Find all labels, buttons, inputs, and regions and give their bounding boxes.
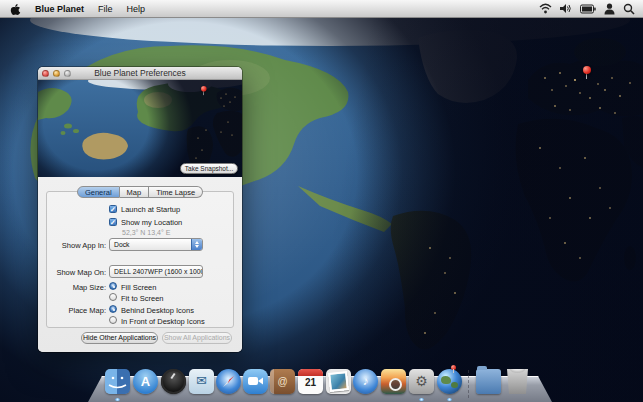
- show-map-on-label: Show Map On:: [38, 268, 106, 277]
- launch-at-startup-checkbox[interactable]: ✓: [109, 205, 117, 213]
- show-app-in-label: Show App In:: [38, 241, 106, 250]
- trash-icon: [505, 369, 530, 394]
- app-store-icon: A: [133, 369, 158, 394]
- show-map-on-value: DELL 2407WFP (1600 x 1000): [110, 268, 203, 275]
- in-front-icons-radio[interactable]: [109, 316, 117, 324]
- window-titlebar[interactable]: Blue Planet Preferences: [38, 67, 242, 80]
- running-indicator-blue-planet: [447, 398, 452, 401]
- dock-item-system-preferences[interactable]: ⚙: [409, 369, 434, 394]
- dock-item-mail[interactable]: ✉: [189, 369, 214, 394]
- dashboard-icon: [161, 369, 186, 394]
- dock-item-blue-planet[interactable]: [437, 369, 462, 394]
- location-coordinates: 52,3° N 13,4° E: [122, 229, 170, 236]
- dock-item-downloads-folder[interactable]: [476, 369, 501, 394]
- battery-icon[interactable]: [580, 4, 596, 14]
- tab-general[interactable]: General: [77, 186, 120, 198]
- apple-menu-icon[interactable]: [10, 2, 21, 15]
- ical-header: [298, 369, 323, 376]
- dock-item-dashboard[interactable]: [161, 369, 186, 394]
- window-content: General Map Time Lapse ✓ Launch at Start…: [38, 177, 242, 352]
- popup-stepper-icon: [191, 239, 202, 250]
- running-indicator-system-preferences: [419, 398, 424, 401]
- show-map-on-popup[interactable]: DELL 2407WFP (1600 x 1000): [109, 265, 203, 278]
- dock-item-finder[interactable]: [105, 369, 130, 394]
- tab-map[interactable]: Map: [120, 186, 150, 198]
- dock: A ✉ @ 21 ♪: [0, 362, 643, 402]
- dock-item-app-store[interactable]: A: [133, 369, 158, 394]
- place-map-label: Place Map:: [38, 306, 106, 315]
- fit-to-screen-radio[interactable]: [109, 293, 117, 301]
- gear-icon: ⚙: [409, 369, 434, 394]
- dock-item-address-book[interactable]: @: [270, 369, 295, 394]
- fit-to-screen-label: Fit to Screen: [121, 294, 164, 303]
- safari-icon: [216, 369, 241, 394]
- user-icon[interactable]: [604, 3, 615, 15]
- launch-at-startup-label: Launch at Startup: [121, 205, 180, 214]
- tab-time-lapse[interactable]: Time Lapse: [149, 186, 203, 198]
- map-size-label: Map Size:: [38, 283, 106, 292]
- dock-item-itunes[interactable]: ♪: [353, 369, 378, 394]
- itunes-icon: ♪: [353, 369, 378, 394]
- preview-app-icon: [326, 369, 351, 394]
- behind-icons-radio[interactable]: [109, 305, 117, 313]
- pin-head: [583, 66, 591, 74]
- tab-bar: General Map Time Lapse: [38, 186, 242, 198]
- dock-item-iphoto[interactable]: [381, 369, 406, 394]
- blue-planet-icon: [437, 369, 462, 394]
- menu-bar: Blue Planet File Help: [0, 0, 643, 18]
- behind-icons-label: Behind Desktop Icons: [121, 306, 194, 315]
- menu-item-file[interactable]: File: [98, 4, 113, 14]
- map-preview: Take Snapshot...: [38, 80, 242, 177]
- take-snapshot-button[interactable]: Take Snapshot...: [180, 163, 238, 174]
- hide-other-applications-button[interactable]: Hide Other Applications: [81, 332, 158, 344]
- running-indicator-finder: [115, 398, 120, 401]
- ichat-icon: [243, 369, 268, 394]
- downloads-folder-icon: [476, 369, 501, 394]
- dock-item-ical[interactable]: 21: [298, 369, 323, 394]
- globe-pin-icon: [451, 365, 456, 370]
- finder-icon: [105, 369, 130, 394]
- fill-screen-radio[interactable]: [109, 282, 117, 290]
- ical-icon: 21: [298, 369, 323, 394]
- dock-item-trash[interactable]: [505, 369, 530, 394]
- show-my-location-checkbox[interactable]: ✓: [109, 218, 117, 226]
- globe-landmass: [441, 376, 451, 384]
- menu-app-name[interactable]: Blue Planet: [35, 4, 84, 14]
- screen: Blue Planet File Help: [0, 0, 643, 402]
- dock-item-ichat[interactable]: [243, 369, 268, 394]
- volume-icon[interactable]: [560, 3, 572, 14]
- mail-icon: ✉: [189, 369, 214, 394]
- show-my-location-label: Show my Location: [121, 218, 182, 227]
- wifi-icon[interactable]: [539, 3, 552, 14]
- preview-photo: [328, 371, 349, 392]
- iphoto-icon: [381, 369, 406, 394]
- show-all-applications-button[interactable]: Show All Applications: [162, 332, 232, 344]
- spotlight-icon[interactable]: [623, 3, 635, 15]
- address-book-icon: @: [270, 369, 295, 394]
- globe-landmass: [451, 382, 458, 388]
- show-app-in-value: Dock: [110, 241, 191, 248]
- in-front-icons-label: In Front of Desktop Icons: [121, 317, 205, 326]
- fill-screen-label: Fill Screen: [121, 283, 156, 292]
- ical-day: 21: [298, 377, 323, 388]
- menu-item-help[interactable]: Help: [127, 4, 146, 14]
- dock-separator: [468, 370, 469, 398]
- dock-item-preview[interactable]: [326, 369, 351, 394]
- preview-pin-head: [201, 86, 207, 92]
- preferences-window: Blue Planet Preferences: [38, 67, 242, 352]
- dock-item-safari[interactable]: [216, 369, 241, 394]
- show-app-in-popup[interactable]: Dock: [109, 238, 203, 251]
- window-title: Blue Planet Preferences: [38, 68, 242, 78]
